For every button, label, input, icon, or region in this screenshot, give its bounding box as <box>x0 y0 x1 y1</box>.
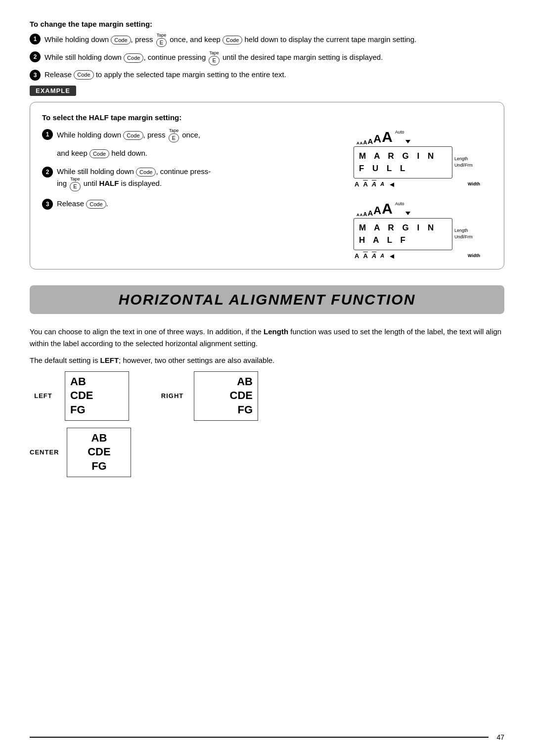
example-box-title: To select the HALF tape margin setting: <box>42 113 492 122</box>
lcd-half-line1: M A R G I N <box>359 222 447 234</box>
lcd-half-triangle <box>405 212 410 215</box>
align-left-line1: AB <box>70 375 124 389</box>
align-right-box: AB CDE FG <box>194 371 258 421</box>
align-right-item: RIGHT AB CDE FG <box>159 371 258 421</box>
example-right: A A A A A A Auto M A R G I N F U L L <box>354 129 492 260</box>
lcd-full-size-a2: A <box>360 141 363 145</box>
left-bold: LEFT <box>100 356 119 364</box>
ex-step-1-text: While holding down Code, press Tape E on… <box>57 129 344 142</box>
ex-step-1b: and keep Code held down. <box>42 147 344 159</box>
ex-code-key-2: Code <box>89 149 109 158</box>
example-step-2: 2 While still holding down Code, continu… <box>42 166 344 191</box>
lcd-half-screen-row: M A R G I N H A L F Length Undl/Frm <box>354 218 482 250</box>
align-center-item: CENTER AB CDE FG <box>30 428 131 477</box>
ex-code-key-3: Code <box>136 168 156 177</box>
ex-step-num-2: 2 <box>42 167 53 178</box>
lcd-half-bot-a3: A <box>372 252 376 260</box>
lcd-half-auto: Auto <box>395 200 404 206</box>
align-para-2: The default setting is LEFT; however, tw… <box>30 355 504 366</box>
example-box: To select the HALF tape margin setting: … <box>30 102 504 269</box>
lcd-full-auto: Auto <box>395 129 404 134</box>
align-para-1: You can choose to align the text in one … <box>30 326 504 350</box>
lcd-half-line2: H A L F <box>359 234 447 247</box>
ex-code-key-1: Code <box>123 131 143 140</box>
ex-step-2-text: While still holding down Code, continue … <box>57 166 344 191</box>
align-row-1: LEFT AB CDE FG RIGHT AB CDE FG <box>30 371 504 421</box>
tape-margin-heading: To change the tape margin setting: <box>30 20 504 28</box>
lcd-full-bottom-row: A A A A ◄ Width <box>354 180 482 188</box>
step-num-2: 2 <box>30 51 41 62</box>
lcd-full-right-labels: Length Undl/Frm <box>454 146 473 178</box>
length-bold: Length <box>264 327 288 336</box>
lcd-half: A A A A A A Auto M A R G I N H A L F <box>354 200 482 260</box>
section-banner: HORIZONTAL ALIGNMENT FUNCTION <box>30 285 504 314</box>
example-inner: 1 While holding down Code, press Tape E … <box>42 129 492 260</box>
banner-text: HORIZONTAL ALIGNMENT FUNCTION <box>119 291 416 308</box>
lcd-full-screen: M A R G I N F U L L <box>354 146 452 178</box>
align-right-line2: CDE <box>199 389 253 403</box>
example-steps: 1 While holding down Code, press Tape E … <box>42 129 344 142</box>
step-num-1: 1 <box>30 34 41 44</box>
ex-code-key-4: Code <box>86 200 106 209</box>
code-key-1: Code <box>111 36 131 44</box>
step-3-text: Release Code to apply the selected tape … <box>44 69 504 81</box>
lcd-full-size-a1: A <box>356 141 359 145</box>
ex-step-num-1: 1 <box>42 129 53 140</box>
align-right-line3: FG <box>199 403 253 417</box>
align-center-line1: AB <box>72 431 126 445</box>
example-badge: EXAMPLE <box>30 86 76 96</box>
lcd-half-length: Length <box>454 227 473 234</box>
step-3: 3 Release Code to apply the selected tap… <box>30 69 504 81</box>
code-key-2: Code <box>222 36 242 44</box>
align-right-line1: AB <box>199 375 253 389</box>
lcd-half-size-a2: A <box>360 213 363 217</box>
lcd-half-right-labels: Length Undl/Frm <box>454 218 473 250</box>
code-key-3: Code <box>124 53 143 62</box>
ex-step-num-3: 3 <box>42 199 53 210</box>
align-center-line2: CDE <box>72 445 126 459</box>
align-left-box: AB CDE FG <box>65 371 129 421</box>
example-step2-list: 2 While still holding down Code, continu… <box>42 166 344 191</box>
lcd-half-width: Width <box>468 253 480 258</box>
lcd-full-line2: F U L L <box>359 162 447 175</box>
step-num-3: 3 <box>30 70 41 81</box>
page-footer: 47 <box>0 733 534 741</box>
lcd-half-bot-arrow: ◄ <box>388 252 396 260</box>
ex-tape-e-key-2: Tape E <box>70 177 80 191</box>
align-center-label: CENTER <box>30 448 59 456</box>
step-2: 2 While still holding down Code, continu… <box>30 51 504 65</box>
lcd-full-length: Length <box>454 156 473 163</box>
lcd-half-bottom-row: A A A A ◄ Width <box>354 252 482 260</box>
lcd-full-screen-row: M A R G I N F U L L Length Undl/Frm <box>354 146 482 178</box>
lcd-full-bot-arrow: ◄ <box>388 180 396 188</box>
example-step-1: 1 While holding down Code, press Tape E … <box>42 129 344 142</box>
align-center-box: AB CDE FG <box>67 428 131 477</box>
lcd-full-bot-a3: A <box>372 180 376 188</box>
alignment-diagrams: LEFT AB CDE FG RIGHT AB CDE FG CENTER <box>30 371 504 477</box>
lcd-full-triangle <box>405 140 410 143</box>
example-left: 1 While holding down Code, press Tape E … <box>42 129 344 260</box>
example-step-3: 3 Release Code. <box>42 198 344 210</box>
align-row-2: CENTER AB CDE FG <box>30 428 504 477</box>
lcd-half-screen: M A R G I N H A L F <box>354 218 452 250</box>
ex-tape-e-key-1: Tape E <box>169 129 179 142</box>
lcd-full-size-a6: A <box>382 129 393 145</box>
example-step3-list: 3 Release Code. <box>42 198 344 210</box>
lcd-half-undlfrm: Undl/Frm <box>454 234 473 241</box>
ex-step-3-text: Release Code. <box>57 198 344 210</box>
lcd-full-width: Width <box>468 181 480 186</box>
horizontal-alignment-section: HORIZONTAL ALIGNMENT FUNCTION You can ch… <box>30 285 504 477</box>
step-1-text: While holding down Code, press Tape E on… <box>44 33 504 47</box>
lcd-half-size-a6: A <box>382 200 393 217</box>
align-left-label: LEFT <box>30 392 57 400</box>
lcd-full-bot-a1: A <box>355 180 359 188</box>
step-1: 1 While holding down Code, press Tape E … <box>30 33 504 47</box>
align-left-item: LEFT AB CDE FG <box>30 371 129 421</box>
align-right-label: RIGHT <box>159 392 186 400</box>
page-number: 47 <box>496 733 504 741</box>
lcd-half-bot-a4: A <box>380 253 384 259</box>
lcd-full-bot-a4: A <box>380 181 384 187</box>
tape-margin-steps: 1 While holding down Code, press Tape E … <box>30 33 504 81</box>
lcd-full-size-a3: A <box>363 139 367 145</box>
lcd-full-size-a5: A <box>373 133 381 145</box>
